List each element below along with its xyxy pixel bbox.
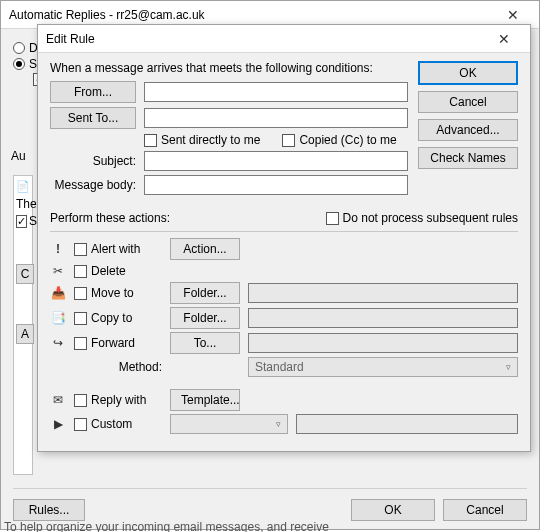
checkbox-icon (74, 265, 87, 278)
chevron-down-icon: ▿ (276, 419, 281, 429)
sent-directly-check[interactable]: Sent directly to me (144, 133, 260, 147)
from-input[interactable] (144, 82, 408, 102)
spacer-icon (50, 359, 66, 375)
radio-icon (13, 42, 25, 54)
checkbox-icon[interactable] (16, 215, 27, 228)
move-folder-button[interactable]: Folder... (170, 282, 240, 304)
move-to-check[interactable]: Move to (74, 286, 162, 300)
rules-button[interactable]: Rules... (13, 499, 85, 521)
sent-directly-label: Sent directly to me (161, 133, 260, 147)
panel-the: The (16, 197, 30, 211)
checkbox-icon (144, 134, 157, 147)
ok-button[interactable]: OK (418, 61, 518, 85)
from-button[interactable]: From... (50, 81, 136, 103)
truncated-help-text: To help organize your incoming email mes… (4, 520, 329, 532)
btn-c[interactable]: C (16, 264, 34, 284)
custom-combo[interactable]: ▿ (170, 414, 288, 434)
window-title: Automatic Replies - rr25@cam.ac.uk (9, 8, 205, 22)
copy-folder-button[interactable]: Folder... (170, 307, 240, 329)
sent-to-input[interactable] (144, 108, 408, 128)
forward-to-field (248, 333, 518, 353)
copied-cc-label: Copied (Cc) to me (299, 133, 396, 147)
checkbox-icon (326, 212, 339, 225)
custom-label: Custom (91, 417, 132, 431)
checkbox-icon (282, 134, 295, 147)
reply-with-label: Reply with (91, 393, 146, 407)
radio-icon (13, 58, 25, 70)
close-icon[interactable]: ✕ (484, 27, 524, 51)
custom-field (296, 414, 518, 434)
divider (50, 231, 518, 232)
copy-to-check[interactable]: Copy to (74, 311, 162, 325)
method-label: Method: (119, 360, 162, 374)
back-panel: 📄 The Sta C A (13, 175, 33, 475)
copied-cc-check[interactable]: Copied (Cc) to me (282, 133, 396, 147)
ok-button-back[interactable]: OK (351, 499, 435, 521)
checkbox-icon (74, 243, 87, 256)
cancel-button[interactable]: Cancel (418, 91, 518, 113)
forward-check[interactable]: Forward (74, 336, 162, 350)
conditions-header: When a message arrives that meets the fo… (50, 61, 408, 75)
checkbox-icon (74, 337, 87, 350)
sent-to-button[interactable]: Sent To... (50, 107, 136, 129)
custom-icon: ▶ (50, 416, 66, 432)
btn-a[interactable]: A (16, 324, 34, 344)
delete-icon: ✂ (50, 263, 66, 279)
alert-icon: ! (50, 241, 66, 257)
message-body-label: Message body: (50, 178, 136, 192)
copy-icon: 📑 (50, 310, 66, 326)
forward-label: Forward (91, 336, 135, 350)
message-body-input[interactable] (144, 175, 408, 195)
move-to-label: Move to (91, 286, 134, 300)
checkbox-icon (74, 287, 87, 300)
chevron-down-icon: ▿ (506, 362, 511, 372)
tab-auto: Au (11, 149, 26, 163)
checkbox-icon (74, 312, 87, 325)
alert-with-label: Alert with (91, 242, 140, 256)
custom-check[interactable]: Custom (74, 417, 162, 431)
checkbox-icon (74, 394, 87, 407)
forward-to-button[interactable]: To... (170, 332, 240, 354)
checkbox-icon (74, 418, 87, 431)
advanced-button[interactable]: Advanced... (418, 119, 518, 141)
reply-with-check[interactable]: Reply with (74, 393, 162, 407)
method-combo[interactable]: Standard ▿ (248, 357, 518, 377)
check-names-button[interactable]: Check Names (418, 147, 518, 169)
action-button[interactable]: Action... (170, 238, 240, 260)
delete-label: Delete (91, 264, 126, 278)
subject-input[interactable] (144, 151, 408, 171)
dialog-title: Edit Rule (46, 32, 95, 46)
titlebar-modal: Edit Rule ✕ (38, 25, 530, 53)
delete-check[interactable]: Delete (74, 264, 162, 278)
move-folder-field (248, 283, 518, 303)
perform-actions-label: Perform these actions: (50, 211, 170, 225)
alert-with-check[interactable]: Alert with (74, 242, 162, 256)
reply-icon: ✉ (50, 392, 66, 408)
edit-rule-dialog: Edit Rule ✕ When a message arrives that … (37, 24, 531, 452)
move-icon: 📥 (50, 285, 66, 301)
no-process-check[interactable]: Do not process subsequent rules (326, 211, 518, 225)
copy-to-label: Copy to (91, 311, 132, 325)
subject-label: Subject: (50, 154, 136, 168)
copy-folder-field (248, 308, 518, 328)
close-icon[interactable]: ✕ (493, 3, 533, 27)
method-value: Standard (255, 360, 304, 374)
cancel-button-back[interactable]: Cancel (443, 499, 527, 521)
no-process-label: Do not process subsequent rules (343, 211, 518, 225)
template-button[interactable]: Template... (170, 389, 240, 411)
forward-icon: ↪ (50, 335, 66, 351)
